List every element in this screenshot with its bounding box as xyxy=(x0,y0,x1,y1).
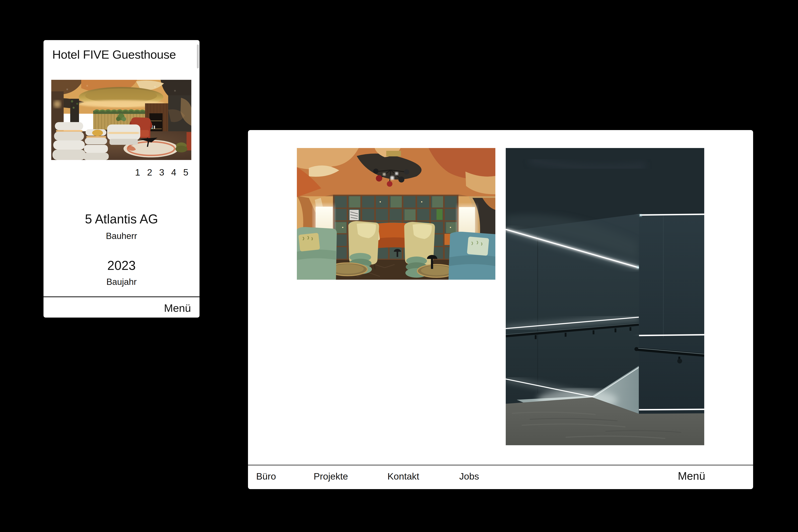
page-dot-3[interactable]: 3 xyxy=(159,167,167,177)
page: { "mobile": { "title": "Hotel FIVE Guest… xyxy=(0,0,798,532)
dark-corridor-led-photo xyxy=(506,148,704,445)
page-dot-5[interactable]: 5 xyxy=(183,167,191,177)
mobile-menu-button[interactable]: Menü xyxy=(164,302,191,314)
nav-item-jobs[interactable]: Jobs xyxy=(459,471,479,482)
year-label: Baujahr xyxy=(43,277,200,287)
page-dot-4[interactable]: 4 xyxy=(171,167,178,177)
mobile-viewport-card: Hotel FIVE Guesthouse xyxy=(43,40,200,318)
project-title: Hotel FIVE Guesthouse xyxy=(52,48,176,61)
scrollbar-thumb[interactable] xyxy=(197,44,199,69)
page-dot-1[interactable]: 1 xyxy=(135,167,142,177)
nav-item-buero[interactable]: Büro xyxy=(256,471,276,482)
project-photo-lounge[interactable] xyxy=(297,148,495,280)
desktop-menu-button[interactable]: Menü xyxy=(678,470,705,482)
year-value: 2023 xyxy=(43,258,200,273)
desktop-viewport-window: Büro Projekte Kontakt Jobs Menü xyxy=(248,130,753,489)
client-value: 5 Atlantis AG xyxy=(43,212,200,226)
hotel-lobby-bar-photo xyxy=(51,80,191,160)
corridor-right-wall xyxy=(639,214,704,415)
lounge-library-photo xyxy=(297,148,495,280)
carousel-pagination: 1 2 3 4 5 xyxy=(135,167,191,178)
nav-item-kontakt[interactable]: Kontakt xyxy=(387,471,419,482)
client-label: Bauherr xyxy=(43,231,200,241)
page-dot-2[interactable]: 2 xyxy=(147,167,154,177)
menu-divider xyxy=(43,297,200,297)
teal-sofa xyxy=(449,232,495,280)
nav-divider xyxy=(248,465,753,466)
nav-item-projekte[interactable]: Projekte xyxy=(314,471,348,482)
project-photo-carousel[interactable] xyxy=(51,80,191,160)
project-photo-corridor[interactable] xyxy=(506,148,704,445)
green-sofa xyxy=(297,227,337,280)
